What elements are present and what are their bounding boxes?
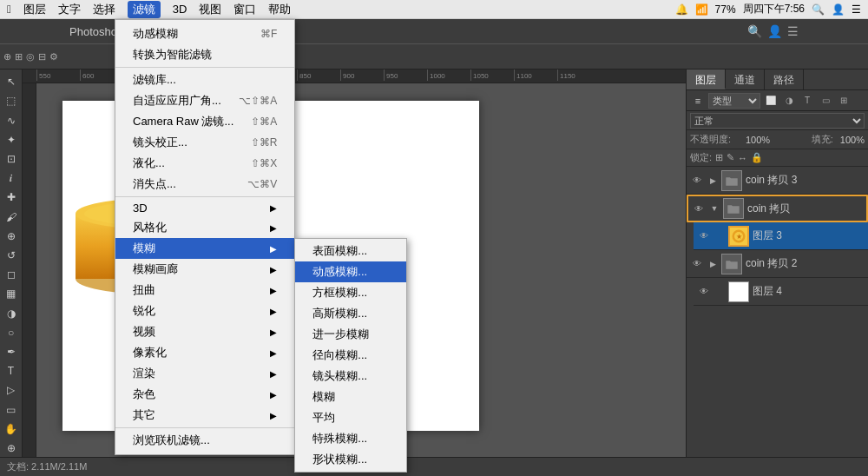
menu-item-motion-blur-top[interactable]: 动感模糊 ⌘F bbox=[115, 23, 294, 44]
path-select-tool[interactable]: ▷ bbox=[2, 381, 21, 399]
layer-name-layer4: 图层 4 bbox=[753, 284, 865, 299]
eraser-tool[interactable]: ◻ bbox=[2, 266, 21, 283]
layer-visibility-coin-copy-2[interactable]: 👁 bbox=[690, 257, 704, 271]
hand-tool[interactable]: ✋ bbox=[2, 420, 21, 438]
layer-item-coin-copy-2[interactable]: 👁 ▶ coin 拷贝 2 bbox=[687, 250, 868, 278]
menu-item-camera-raw[interactable]: Camera Raw 滤镜... ⇧⌘A bbox=[115, 111, 294, 132]
menu-item-layers[interactable]: 图层 bbox=[23, 2, 46, 17]
menu-item-browse-online[interactable]: 浏览联机滤镜... bbox=[115, 430, 294, 451]
layer-visibility-coin-copy-3[interactable]: 👁 bbox=[690, 174, 704, 188]
submenu-further-blur[interactable]: 进一步模糊 bbox=[295, 324, 406, 345]
menu-item-adaptive-wide[interactable]: 自适应应用广角... ⌥⇧⌘A bbox=[115, 90, 294, 111]
menubar-user-icon[interactable]: 👤 bbox=[832, 3, 845, 16]
menu-item-filter-gallery[interactable]: 滤镜库... bbox=[115, 69, 294, 90]
menu-item-render[interactable]: 渲染 ▶ bbox=[115, 363, 294, 384]
zoom-tool[interactable]: ⊕ bbox=[2, 440, 21, 457]
menu-item-blur-gallery[interactable]: 模糊画廊 ▶ bbox=[115, 259, 294, 280]
menubar-search-icon[interactable]: 🔍 bbox=[812, 3, 825, 16]
layer-expand-coin-copy-3[interactable]: ▶ bbox=[707, 175, 718, 186]
opacity-value[interactable]: 100% bbox=[746, 135, 770, 145]
eyedropper-tool[interactable]: 𝒊 bbox=[2, 169, 21, 187]
brush-tool[interactable]: 🖌 bbox=[2, 208, 21, 225]
filter-pixel-icon[interactable]: ⬜ bbox=[763, 93, 779, 109]
layer-visibility-coin-copy[interactable]: 👁 bbox=[692, 202, 706, 215]
move-tool[interactable]: ↖ bbox=[2, 73, 21, 90]
filter-adj-icon[interactable]: ◑ bbox=[781, 93, 797, 109]
clone-tool[interactable]: ⊕ bbox=[2, 228, 21, 245]
menu-item-sharpen[interactable]: 锐化 ▶ bbox=[115, 301, 294, 321]
layer-visibility-layer3[interactable]: 👁 bbox=[697, 229, 711, 243]
menu-item-pixelate[interactable]: 像素化 ▶ bbox=[115, 342, 294, 363]
menu-item-vanishing-point[interactable]: 消失点... ⌥⌘V bbox=[115, 174, 294, 195]
submenu-smart-blur[interactable]: 特殊模糊... bbox=[295, 428, 406, 449]
layer-expand-coin-copy[interactable]: ▼ bbox=[709, 203, 720, 214]
menu-item-convert-smart[interactable]: 转换为智能滤镜 bbox=[115, 44, 294, 65]
menu-item-stylize[interactable]: 风格化 ▶ bbox=[115, 217, 294, 238]
ps-search-icon[interactable]: 🔍 bbox=[747, 24, 762, 38]
submenu-shape-blur[interactable]: 形状模糊... bbox=[295, 449, 406, 470]
menu-item-distort[interactable]: 扭曲 ▶ bbox=[115, 280, 294, 301]
menu-item-noise[interactable]: 杂色 ▶ bbox=[115, 384, 294, 405]
lasso-tool[interactable]: ∿ bbox=[2, 111, 21, 129]
menu-item-lens-correct[interactable]: 镜头校正... ⇧⌘R bbox=[115, 132, 294, 153]
history-brush-tool[interactable]: ↺ bbox=[2, 247, 21, 264]
ps-list-icon[interactable]: ☰ bbox=[787, 24, 799, 38]
submenu-blur[interactable]: 模糊 bbox=[295, 387, 406, 407]
layer-kind-filter[interactable]: ≡ bbox=[690, 93, 706, 109]
menu-arrow-render: ▶ bbox=[270, 369, 277, 379]
menu-item-help[interactable]: 帮助 bbox=[268, 2, 291, 17]
menu-item-select[interactable]: 选择 bbox=[93, 2, 115, 17]
layer-item-layer3[interactable]: 👁 ★ 图层 3 bbox=[694, 222, 868, 250]
layer-expand-coin-copy-2[interactable]: ▶ bbox=[707, 259, 718, 269]
menu-item-text[interactable]: 文字 bbox=[58, 2, 81, 17]
tab-channels[interactable]: 通道 bbox=[726, 69, 765, 89]
menu-item-3d[interactable]: 3D ▶ bbox=[115, 199, 294, 217]
menu-item-video[interactable]: 视频 ▶ bbox=[115, 321, 294, 342]
crop-tool[interactable]: ⊡ bbox=[2, 150, 21, 168]
filter-smartobj-icon[interactable]: ⊞ bbox=[836, 93, 852, 109]
ruler-tick: 950 bbox=[384, 69, 427, 81]
blend-mode-select[interactable]: 正常 bbox=[690, 113, 865, 129]
layer-item-layer4[interactable]: 👁 图层 4 bbox=[694, 278, 868, 306]
pen-tool[interactable]: ✒ bbox=[2, 343, 21, 360]
heal-tool[interactable]: ✚ bbox=[2, 188, 21, 206]
lock-checkerboard-icon[interactable]: ⊞ bbox=[715, 152, 723, 163]
submenu-motion-blur[interactable]: 动感模糊... bbox=[295, 261, 406, 282]
submenu-surface-blur[interactable]: 表面模糊... bbox=[295, 241, 406, 261]
gradient-tool[interactable]: ▦ bbox=[2, 285, 21, 302]
menu-item-window[interactable]: 窗口 bbox=[233, 2, 256, 17]
blur-tool[interactable]: ◑ bbox=[2, 304, 21, 321]
menubar-list-icon[interactable]: ☰ bbox=[852, 3, 861, 16]
menu-item-view[interactable]: 视图 bbox=[199, 2, 221, 17]
menu-item-other[interactable]: 其它 ▶ bbox=[115, 405, 294, 426]
menu-item-3d[interactable]: 3D bbox=[173, 3, 187, 16]
layer-kind-select[interactable]: 类型 bbox=[708, 93, 760, 109]
lock-all-icon[interactable]: 🔒 bbox=[751, 152, 763, 163]
menu-item-liquify[interactable]: 液化... ⇧⌘X bbox=[115, 153, 294, 174]
menubar-wifi-icon: 📶 bbox=[695, 3, 708, 16]
apple-menu[interactable]:  bbox=[7, 3, 11, 16]
select-tool[interactable]: ⬚ bbox=[2, 92, 21, 109]
menu-item-filter[interactable]: 滤镜 bbox=[128, 1, 161, 18]
fill-value[interactable]: 100% bbox=[840, 135, 865, 145]
menu-item-blur[interactable]: 模糊 ▶ bbox=[115, 238, 294, 259]
filter-shape-icon[interactable]: ▭ bbox=[818, 93, 833, 109]
text-tool[interactable]: T bbox=[2, 362, 21, 380]
layer-item-coin-copy-3[interactable]: 👁 ▶ coin 拷贝 3 bbox=[687, 167, 868, 195]
layer-visibility-layer4[interactable]: 👁 bbox=[697, 285, 711, 299]
submenu-lens-blur[interactable]: 镜头模糊... bbox=[295, 366, 406, 387]
tab-layers[interactable]: 图层 bbox=[687, 69, 726, 89]
submenu-box-blur[interactable]: 方框模糊... bbox=[295, 282, 406, 303]
dodge-tool[interactable]: ○ bbox=[2, 324, 21, 341]
submenu-average[interactable]: 平均 bbox=[295, 407, 406, 428]
lock-draw-icon[interactable]: ✎ bbox=[727, 152, 734, 163]
layer-item-coin-copy[interactable]: 👁 ▼ coin 拷贝 bbox=[687, 195, 868, 222]
submenu-radial-blur[interactable]: 径向模糊... bbox=[295, 345, 406, 366]
tab-paths[interactable]: 路径 bbox=[765, 69, 804, 89]
shape-tool[interactable]: ▭ bbox=[2, 400, 21, 418]
ps-user-icon[interactable]: 👤 bbox=[767, 24, 782, 38]
submenu-gaussian-blur[interactable]: 高斯模糊... bbox=[295, 303, 406, 324]
lock-move-icon[interactable]: ↔ bbox=[738, 153, 747, 163]
filter-text-icon[interactable]: T bbox=[799, 93, 815, 109]
magic-wand-tool[interactable]: ✦ bbox=[2, 131, 21, 149]
